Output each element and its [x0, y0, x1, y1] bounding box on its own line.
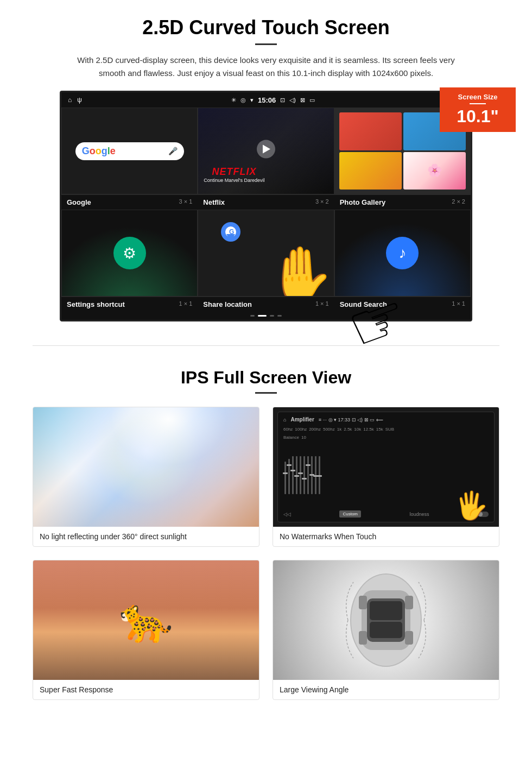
play-triangle-icon	[263, 145, 270, 154]
svg-rect-10	[405, 596, 413, 609]
settings-label: Settings shortcut 1 × 1	[61, 297, 198, 312]
sunlight-image	[33, 407, 259, 527]
gallery-thumb-3	[339, 152, 402, 190]
feature-cheetah-card: 🐆 Super Fast Response	[33, 560, 259, 700]
share-location-label: Share location 1 × 1	[198, 297, 334, 312]
maps-icon: G	[220, 221, 242, 253]
section-ips: IPS Full Screen View No light reflecting…	[0, 362, 532, 711]
section-divider	[33, 345, 499, 346]
amplifier-caption: No Watermarks When Touch	[273, 527, 499, 546]
android-screen-mockup: ⌂ ψ ✳ ◎ ▾ 15:06 ⊡ ◁) ⊠ ▭	[60, 91, 472, 321]
page-dots	[61, 312, 471, 320]
amp-home-icon: ⌂	[283, 417, 286, 422]
close-icon: ⊠	[300, 97, 305, 104]
google-label: Google 3 × 1	[61, 194, 198, 210]
netflix-label: Netflix 3 × 2	[198, 194, 334, 210]
dot-4	[277, 315, 282, 317]
status-time: 15:06	[258, 96, 276, 104]
screen-size-badge: Screen Size 10.1"	[440, 87, 516, 132]
status-center: ✳ ◎ ▾ 15:06 ⊡ ◁) ⊠ ▭	[231, 96, 315, 104]
amp-hand-icon: 🖐	[454, 490, 488, 521]
sound-search-app-cell[interactable]: ♪	[334, 210, 471, 297]
section2-title: IPS Full Screen View	[33, 368, 499, 388]
play-button[interactable]	[257, 140, 275, 159]
volume-icon: ◁)	[289, 97, 296, 104]
gallery-thumb-1	[339, 112, 402, 150]
usb-icon: ψ	[77, 96, 82, 104]
amp-icons: ≡ ··· ◎ ▾ 17:33 ⊡ ◁) ⊠ ▭ ⟵	[319, 417, 383, 422]
amp-custom-button[interactable]: Custom	[339, 510, 361, 518]
amplifier-image: ⌂ Amplifier ≡ ··· ◎ ▾ 17:33 ⊡ ◁) ⊠ ▭ ⟵ 6…	[273, 407, 499, 527]
svg-rect-11	[359, 631, 367, 645]
bluetooth-icon: ✳	[231, 97, 236, 104]
app-labels-row1: Google 3 × 1 Netflix 3 × 2 Photo Gallery…	[61, 194, 471, 210]
svg-rect-8	[370, 622, 402, 638]
features-grid: No light reflecting under 360° direct su…	[33, 407, 499, 700]
cheetah-image: 🐆	[33, 560, 259, 680]
app-labels-row2: Settings shortcut 1 × 1 Share location 1…	[61, 297, 471, 312]
netflix-overlay: NETFLIX Continue Marvel's Daredevil	[204, 166, 264, 183]
share-location-app-cell[interactable]: G 🤚	[198, 210, 334, 297]
sound-search-icon: ♪	[386, 237, 419, 269]
section1-title: 2.5D Curved Touch Screen	[33, 16, 499, 39]
home-icon: ⌂	[68, 96, 72, 104]
badge-divider	[470, 103, 486, 104]
status-bar: ⌂ ψ ✳ ◎ ▾ 15:06 ⊡ ◁) ⊠ ▭	[61, 92, 471, 108]
netflix-subtitle: Continue Marvel's Daredevil	[204, 178, 264, 183]
dot-3	[270, 315, 274, 317]
window-icon: ▭	[309, 97, 315, 104]
feature-amplifier-card: ⌂ Amplifier ≡ ··· ◎ ▾ 17:33 ⊡ ◁) ⊠ ▭ ⟵ 6…	[273, 407, 499, 547]
camera-icon: ⊡	[280, 97, 285, 104]
dot-2-active	[258, 315, 267, 317]
gallery-thumb-4: 🌸	[403, 152, 466, 190]
sunlight-caption: No light reflecting under 360° direct su…	[33, 527, 259, 546]
car-image	[273, 560, 499, 680]
svg-rect-9	[359, 596, 367, 609]
app-grid: Google 🎤 NETFLIX Continue Marvel	[61, 108, 471, 194]
amp-loudness-label: loudness	[410, 512, 429, 517]
car-caption: Large Viewing Angle	[273, 680, 499, 699]
section1-description: With 2.5D curved-display screen, this de…	[76, 54, 456, 80]
feature-car-card: Large Viewing Angle	[273, 560, 499, 700]
title-underline-2	[255, 392, 277, 394]
title-underline	[255, 43, 277, 45]
feature-sunlight-card: No light reflecting under 360° direct su…	[33, 407, 259, 547]
location-icon: ◎	[240, 97, 246, 104]
photo-gallery-label: Photo Gallery 2 × 2	[334, 194, 471, 210]
svg-rect-7	[370, 601, 402, 620]
netflix-logo: NETFLIX	[204, 166, 264, 178]
amp-prev-icon: ◁◁	[283, 512, 291, 517]
cheetah-caption: Super Fast Response	[33, 680, 259, 699]
badge-value: 10.1"	[444, 106, 511, 127]
netflix-app-cell[interactable]: NETFLIX Continue Marvel's Daredevil	[198, 108, 334, 194]
settings-app-cell[interactable]: ⚙	[61, 210, 198, 297]
wifi-icon: ▾	[250, 97, 254, 104]
dot-1	[250, 315, 255, 317]
status-left-icons: ⌂ ψ	[68, 96, 82, 104]
hand-pointing-icon: 🤚	[266, 247, 334, 297]
google-search-bar[interactable]: Google 🎤	[75, 142, 184, 160]
app-grid-row2: ⚙ G 🤚	[61, 210, 471, 297]
svg-text:G: G	[229, 228, 234, 236]
google-app-cell[interactable]: Google 🎤	[61, 108, 198, 194]
badge-label: Screen Size	[444, 93, 511, 101]
svg-rect-12	[405, 631, 413, 645]
mic-icon: 🎤	[168, 147, 178, 155]
section-curved-touch: 2.5D Curved Touch Screen With 2.5D curve…	[0, 0, 532, 329]
settings-gear-icon: ⚙	[113, 237, 146, 269]
